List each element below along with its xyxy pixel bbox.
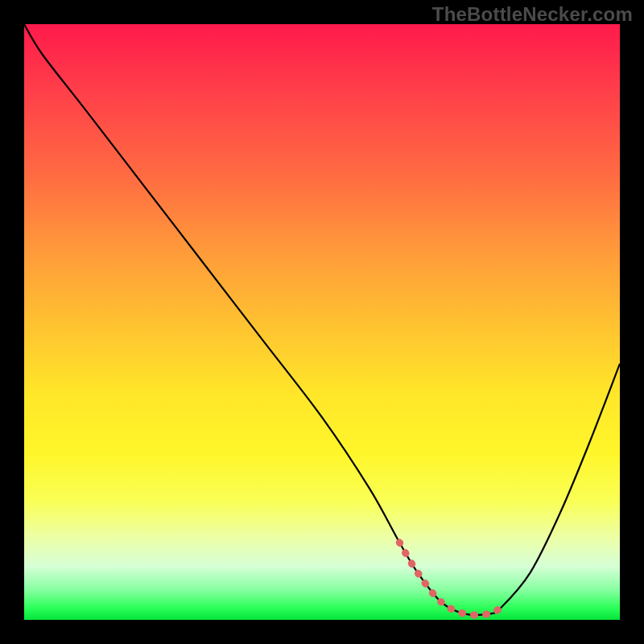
plot-area bbox=[24, 24, 620, 620]
chart-frame: TheBottleNecker.com bbox=[0, 0, 644, 644]
highlight-segment bbox=[399, 543, 501, 615]
curve-layer bbox=[24, 24, 620, 620]
bottleneck-curve bbox=[24, 24, 620, 615]
watermark-text: TheBottleNecker.com bbox=[432, 3, 633, 26]
